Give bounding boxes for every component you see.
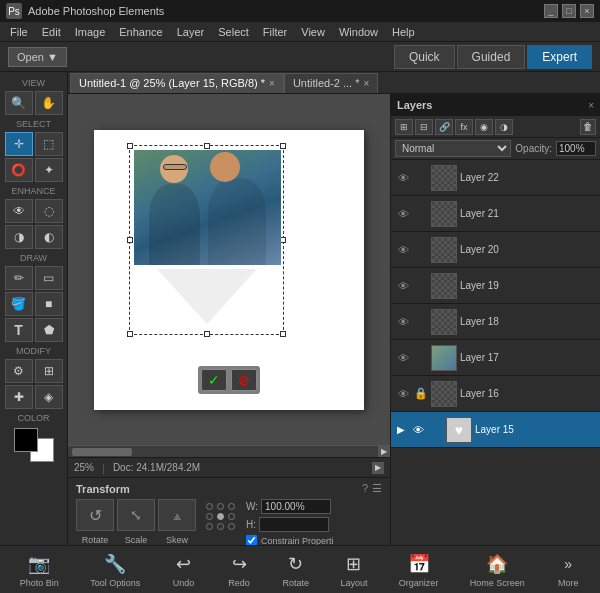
menu-help[interactable]: Help bbox=[386, 25, 421, 39]
hand-tool[interactable]: ✋ bbox=[35, 91, 63, 115]
recompose-tool[interactable]: ⊞ bbox=[35, 359, 63, 383]
handle-middle-right[interactable] bbox=[280, 237, 286, 243]
menu-window[interactable]: Window bbox=[333, 25, 384, 39]
menu-layer[interactable]: Layer bbox=[171, 25, 211, 39]
open-button[interactable]: Open ▼ bbox=[8, 47, 67, 67]
layer-16-visibility-icon[interactable]: 👁 bbox=[395, 386, 411, 402]
marquee-tool[interactable]: ⬚ bbox=[35, 132, 63, 156]
anchor-tl[interactable] bbox=[206, 503, 213, 510]
color-picker[interactable] bbox=[14, 428, 54, 462]
paint-bucket-tool[interactable]: 🪣 bbox=[5, 292, 33, 316]
opacity-input[interactable] bbox=[556, 141, 596, 156]
tab-guided[interactable]: Guided bbox=[457, 45, 526, 69]
layer-15-visibility-icon[interactable]: 👁 bbox=[410, 422, 426, 438]
layer-item-18[interactable]: 👁 Layer 18 bbox=[391, 304, 600, 340]
layer-20-visibility-icon[interactable]: 👁 bbox=[395, 242, 411, 258]
tab-quick[interactable]: Quick bbox=[394, 45, 455, 69]
delete-layer-button[interactable]: 🗑 bbox=[580, 119, 596, 135]
handle-top-center[interactable] bbox=[204, 143, 210, 149]
gradient-tool[interactable]: ■ bbox=[35, 292, 63, 316]
handle-bottom-center[interactable] bbox=[204, 331, 210, 337]
eyedropper-tool[interactable]: 👁 bbox=[5, 199, 33, 223]
layer-19-visibility-icon[interactable]: 👁 bbox=[395, 278, 411, 294]
menu-view[interactable]: View bbox=[295, 25, 331, 39]
healing-tool[interactable]: ✚ bbox=[5, 385, 33, 409]
window-controls[interactable]: _ □ × bbox=[544, 4, 594, 18]
transform-help-icon[interactable]: ? bbox=[362, 482, 368, 495]
sponge-tool[interactable]: ◐ bbox=[35, 225, 63, 249]
dodge-tool[interactable]: ◑ bbox=[5, 225, 33, 249]
menu-image[interactable]: Image bbox=[69, 25, 112, 39]
anchor-tr[interactable] bbox=[228, 503, 235, 510]
handle-top-left[interactable] bbox=[127, 143, 133, 149]
height-input[interactable] bbox=[259, 517, 329, 532]
tab-expert[interactable]: Expert bbox=[527, 45, 592, 69]
canvas-tab-1[interactable]: Untitled-1 @ 25% (Layer 15, RGB/8) * × bbox=[70, 73, 284, 93]
photo-bin-button[interactable]: 📷 Photo Bin bbox=[14, 548, 65, 592]
layer-22-visibility-icon[interactable]: 👁 bbox=[395, 170, 411, 186]
anchor-center[interactable] bbox=[217, 513, 224, 520]
layer-item-17[interactable]: 👁 Layer 17 bbox=[391, 340, 600, 376]
magic-wand-tool[interactable]: ✦ bbox=[35, 158, 63, 182]
redo-button[interactable]: ↪ Redo bbox=[221, 548, 257, 592]
blur-tool[interactable]: ◌ bbox=[35, 199, 63, 223]
eraser-tool[interactable]: ▭ bbox=[35, 266, 63, 290]
new-layer-button[interactable]: ⊞ bbox=[395, 119, 413, 135]
more-button[interactable]: » More bbox=[550, 548, 586, 592]
width-input[interactable] bbox=[261, 499, 331, 514]
handle-middle-left[interactable] bbox=[127, 237, 133, 243]
scroll-right-arrow[interactable]: ▶ bbox=[378, 446, 390, 458]
blend-mode-select[interactable]: Normal bbox=[395, 140, 511, 157]
anchor-mr[interactable] bbox=[228, 513, 235, 520]
confirm-yes-button[interactable]: ✓ bbox=[201, 369, 227, 391]
menu-file[interactable]: File bbox=[4, 25, 34, 39]
layer-effects-button[interactable]: fx bbox=[455, 119, 473, 135]
menu-filter[interactable]: Filter bbox=[257, 25, 293, 39]
handle-bottom-left[interactable] bbox=[127, 331, 133, 337]
layer-mask-button[interactable]: ◉ bbox=[475, 119, 493, 135]
scroll-thumb[interactable] bbox=[72, 448, 132, 456]
link-layers-button[interactable]: 🔗 bbox=[435, 119, 453, 135]
layer-item-16[interactable]: 👁 🔒 Layer 16 bbox=[391, 376, 600, 412]
tool-options-button[interactable]: 🔧 Tool Options bbox=[84, 548, 146, 592]
adjustment-layer-button[interactable]: ◑ bbox=[495, 119, 513, 135]
home-screen-button[interactable]: 🏠 Home Screen bbox=[464, 548, 531, 592]
foreground-color-box[interactable] bbox=[14, 428, 38, 452]
undo-button[interactable]: ↩ Undo bbox=[166, 548, 202, 592]
constrain-checkbox[interactable] bbox=[246, 535, 257, 545]
menu-enhance[interactable]: Enhance bbox=[113, 25, 168, 39]
new-group-button[interactable]: ⊟ bbox=[415, 119, 433, 135]
layout-button[interactable]: ⊞ Layout bbox=[334, 548, 373, 592]
layer-21-visibility-icon[interactable]: 👁 bbox=[395, 206, 411, 222]
clone-tool[interactable]: ◈ bbox=[35, 385, 63, 409]
brush-tool[interactable]: ✏ bbox=[5, 266, 33, 290]
layers-panel-close-button[interactable]: × bbox=[588, 100, 594, 111]
layer-17-visibility-icon[interactable]: 👁 bbox=[395, 350, 411, 366]
anchor-ml[interactable] bbox=[206, 513, 213, 520]
zoom-tool[interactable]: 🔍 bbox=[5, 91, 33, 115]
transform-settings-icon[interactable]: ☰ bbox=[372, 482, 382, 495]
rotate-button[interactable]: ↻ Rotate bbox=[276, 548, 315, 592]
anchor-bc[interactable] bbox=[217, 523, 224, 530]
status-arrow-button[interactable]: ▶ bbox=[372, 462, 384, 474]
confirm-no-button[interactable]: ⊘ bbox=[231, 369, 257, 391]
anchor-br[interactable] bbox=[228, 523, 235, 530]
text-tool[interactable]: T bbox=[5, 318, 33, 342]
anchor-bl[interactable] bbox=[206, 523, 213, 530]
organizer-button[interactable]: 📅 Organizer bbox=[393, 548, 445, 592]
handle-bottom-right[interactable] bbox=[280, 331, 286, 337]
close-button[interactable]: × bbox=[580, 4, 594, 18]
layer-18-visibility-icon[interactable]: 👁 bbox=[395, 314, 411, 330]
minimize-button[interactable]: _ bbox=[544, 4, 558, 18]
rotate-transform-icon[interactable]: ↺ bbox=[76, 499, 114, 531]
handle-top-right[interactable] bbox=[280, 143, 286, 149]
canvas-horizontal-scrollbar[interactable]: ▶ bbox=[68, 445, 390, 457]
menu-edit[interactable]: Edit bbox=[36, 25, 67, 39]
crop-tool[interactable]: ⚙ bbox=[5, 359, 33, 383]
move-tool[interactable]: ✛ bbox=[5, 132, 33, 156]
lasso-tool[interactable]: ⭕ bbox=[5, 158, 33, 182]
canvas-tab-2-close[interactable]: × bbox=[364, 78, 370, 89]
scale-transform-icon[interactable]: ⤡ bbox=[117, 499, 155, 531]
shape-tool[interactable]: ⬟ bbox=[35, 318, 63, 342]
layer-item-15[interactable]: ▶ 👁 ♥ Layer 15 bbox=[391, 412, 600, 448]
